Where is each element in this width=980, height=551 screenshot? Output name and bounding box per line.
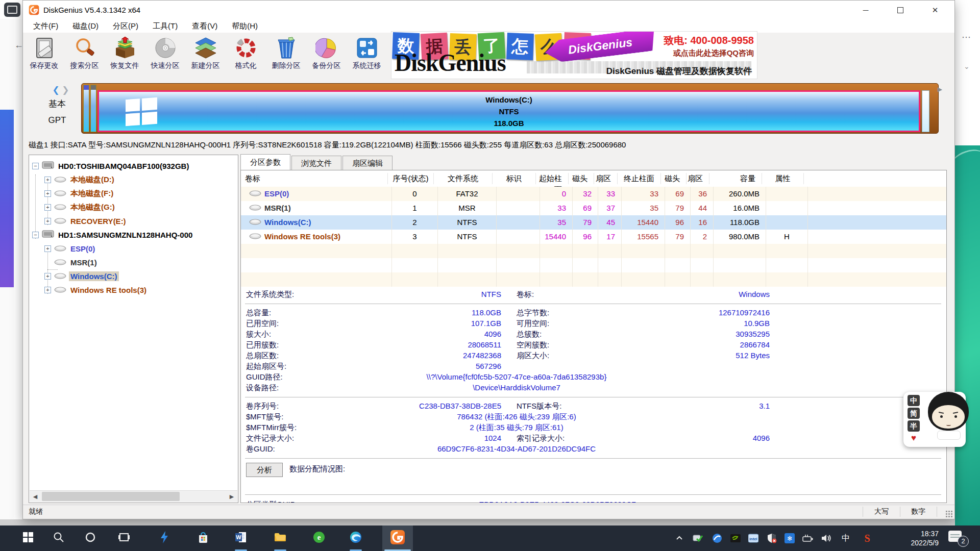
ime-badge-1[interactable]: 简 [908, 408, 920, 419]
column-header-10[interactable]: 容量 [709, 173, 762, 184]
tree-item-6[interactable]: +ESP(0) [29, 242, 238, 256]
expand-icon[interactable]: + [44, 190, 51, 197]
expand-icon[interactable]: + [44, 245, 51, 252]
maximize-button[interactable] [883, 1, 918, 19]
tab-0[interactable]: 分区参数 [240, 154, 290, 170]
expand-icon[interactable]: + [44, 177, 51, 183]
tree-item-1[interactable]: +本地磁盘(D:) [29, 173, 238, 187]
expand-icon[interactable]: + [44, 273, 51, 280]
tree-item-8[interactable]: +Windows(C:) [29, 269, 238, 283]
tree-item-4[interactable]: +RECOVERY(E:) [29, 214, 238, 228]
column-header-3[interactable]: 标识 [493, 173, 536, 184]
tree-horizontal-scrollbar[interactable]: ◀ ▶ [30, 490, 237, 502]
analyze-button[interactable]: 分析 [246, 463, 283, 477]
menu-item-2[interactable]: 分区(P) [107, 19, 144, 33]
column-header-7[interactable]: 终止柱面 [618, 173, 661, 184]
table-row-3[interactable]: Windows RE tools(3)3NTFS1544096171556579… [241, 230, 946, 244]
taskbar-clock[interactable]: 18:37 2022/5/9 [880, 525, 941, 551]
toolbar-button-2[interactable]: 恢复文件 [105, 34, 145, 79]
scroll-down-icon[interactable]: ⌄ [964, 62, 970, 70]
scroll-left-icon[interactable]: ◀ [30, 491, 41, 502]
tray-power[interactable] [800, 525, 816, 551]
column-header-4[interactable]: 起始柱面 [536, 173, 569, 184]
toolbar-button-7[interactable]: 备份分区 [306, 34, 347, 79]
tree-item-0[interactable]: −HD0:TOSHIBAMQ04ABF100(932GB) [29, 159, 238, 173]
taskbar-app-swoosh-button[interactable] [152, 525, 177, 551]
toolbar-button-8[interactable]: 系统迁移 [347, 34, 387, 79]
column-header-0[interactable]: 卷标 [241, 173, 388, 184]
tree-item-2[interactable]: +本地磁盘(F:) [29, 187, 238, 201]
toolbar-button-5[interactable]: 格式化 [226, 34, 266, 79]
disk-nav-arrows[interactable]: ❮ ❯ [45, 85, 76, 95]
taskbar-diskgenius-button[interactable] [382, 525, 413, 551]
tab-2[interactable]: 扇区编辑 [342, 156, 393, 170]
taskbar-browser-360-button[interactable]: e [307, 525, 331, 551]
next-disk-icon[interactable]: ❯ [62, 85, 69, 95]
resize-grip[interactable] [945, 510, 952, 517]
table-row-0[interactable]: ESP(0)0FAT3203233336936260.0MB [241, 187, 946, 201]
prev-disk-icon[interactable]: ❮ [52, 85, 62, 95]
scroll-right-icon[interactable]: ▶ [226, 491, 237, 502]
table-row-1[interactable]: MSR(1)1MSR33693735794416.0MB [241, 201, 946, 215]
more-options-icon[interactable]: ⋯ [962, 32, 971, 43]
notification-center-button[interactable]: 2 [948, 530, 969, 548]
partition-re-tools-bar[interactable] [922, 90, 929, 132]
tree-item-5[interactable]: −HD1:SAMSUNGMZNLN128HAHQ-000 [29, 228, 238, 242]
ad-banner[interactable]: 数据丢了怎么！ DiskGenius 致电: 400-008-9958 或点击此… [391, 31, 757, 79]
tree-item-9[interactable]: +Windows RE tools(3) [29, 283, 238, 297]
ime-status-popup[interactable]: 中简半♥ [903, 392, 966, 447]
partition-esp-bar[interactable] [83, 85, 89, 132]
table-row-2[interactable]: Windows(C:)2NTFS357945154409616118.0GB [241, 215, 946, 230]
tray-shield[interactable] [764, 525, 779, 551]
menu-item-3[interactable]: 工具(T) [146, 19, 184, 33]
tray-nvidia[interactable] [728, 525, 743, 551]
tray-snowflake[interactable]: ❄ [782, 525, 797, 551]
toolbar-button-1[interactable]: 搜索分区 [64, 34, 105, 79]
taskbar-search-button[interactable] [46, 525, 71, 551]
column-header-5[interactable]: 磁头 [569, 173, 594, 184]
tree-item-3[interactable]: +本地磁盘(G:) [29, 201, 238, 214]
tab-1[interactable]: 浏览文件 [291, 156, 341, 170]
tray-sogou[interactable]: S [860, 525, 875, 551]
menu-item-4[interactable]: 查看(V) [186, 19, 224, 33]
background-tab-icon[interactable] [4, 3, 20, 17]
expand-icon[interactable]: + [44, 204, 51, 211]
ad-qq[interactable]: 或点击此处选择QQ咨询 [664, 48, 754, 58]
expand-icon[interactable]: + [44, 218, 51, 224]
taskbar-file-explorer-button[interactable] [268, 525, 292, 551]
column-header-8[interactable]: 磁头 [661, 173, 687, 184]
column-header-1[interactable]: 序号(状态) [388, 173, 434, 184]
tray-card-check[interactable] [690, 525, 705, 551]
tray-intel[interactable]: intel [746, 525, 761, 551]
taskbar-cortana-button[interactable] [78, 525, 103, 551]
tray-ime-zhong[interactable]: 中 [838, 525, 853, 551]
menu-item-1[interactable]: 磁盘(D) [66, 19, 105, 33]
collapse-icon[interactable]: − [32, 232, 39, 238]
toolbar-button-3[interactable]: 快速分区 [145, 34, 185, 79]
column-header-6[interactable]: 扇区 [594, 173, 618, 184]
minimize-button[interactable]: ─ [848, 1, 883, 19]
partition-windows-bar[interactable]: Windows(C:) NTFS 118.0GB [97, 90, 920, 132]
taskbar-store-button[interactable] [191, 525, 215, 551]
menu-item-0[interactable]: 文件(F) [27, 19, 64, 33]
disk-bar-scroll-icon[interactable]: ▶ [938, 86, 942, 93]
taskbar-task-view-button[interactable] [112, 525, 136, 551]
expand-icon[interactable]: + [44, 287, 51, 293]
ime-badge-0[interactable]: 中 [908, 395, 920, 406]
column-header-11[interactable]: 属性 [762, 173, 804, 184]
close-button[interactable]: ✕ [918, 1, 952, 19]
taskbar-word-button[interactable]: W [229, 525, 253, 551]
tray-blue-oval[interactable] [709, 525, 725, 551]
tree-item-7[interactable]: MSR(1) [29, 256, 238, 269]
toolbar-button-6[interactable]: 删除分区 [266, 34, 306, 79]
column-header-2[interactable]: 文件系统 [434, 173, 493, 184]
menu-item-5[interactable]: 帮助(H) [226, 19, 264, 33]
partition-msr-bar[interactable] [90, 85, 96, 132]
taskbar-start-button[interactable] [16, 525, 40, 551]
tray-chevron-up[interactable] [672, 525, 687, 551]
ime-badge-2[interactable]: 半 [908, 420, 920, 432]
tray-volume[interactable] [819, 525, 834, 551]
collapse-icon[interactable]: − [32, 163, 39, 169]
column-header-9[interactable]: 扇区 [687, 173, 709, 184]
taskbar-edge-button[interactable] [344, 525, 368, 551]
